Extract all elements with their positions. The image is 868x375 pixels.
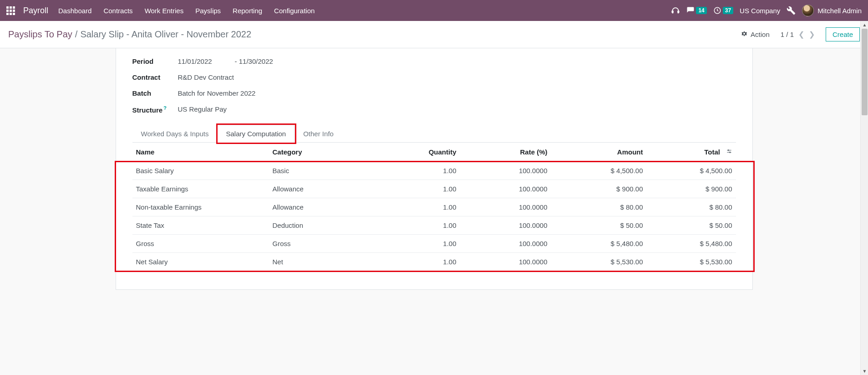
table-row[interactable]: Non-taxable EarningsAllowance1.00100.000…	[132, 198, 736, 216]
pager-prev-icon[interactable]: ❮	[798, 30, 804, 39]
avatar	[802, 5, 814, 16]
pager: 1 / 1 ❮ ❯	[781, 30, 815, 39]
tab-worked-days[interactable]: Worked Days & Inputs	[132, 125, 218, 143]
tab-other-info[interactable]: Other Info	[294, 125, 342, 143]
cell-rate: 100.0000	[460, 162, 551, 180]
apps-icon[interactable]	[6, 6, 15, 15]
cell-total: $ 900.00	[647, 180, 736, 198]
top-nav: Payroll Dashboard Contracts Work Entries…	[0, 0, 868, 21]
table-row[interactable]: State TaxDeduction1.00100.0000$ 50.00$ 5…	[132, 216, 736, 235]
action-button[interactable]: Action	[741, 30, 770, 39]
contract-value[interactable]: R&D Dev Contract	[178, 73, 234, 81]
svg-point-6	[729, 152, 730, 153]
company-switcher[interactable]: US Company	[740, 7, 780, 15]
cell-category: Allowance	[269, 180, 387, 198]
table-row[interactable]: Taxable EarningsAllowance1.00100.0000$ 9…	[132, 180, 736, 198]
form-wrap: Period 11/01/2022 - 11/30/2022 Contract …	[0, 48, 868, 290]
help-icon[interactable]: ?	[163, 105, 167, 111]
cell-quantity: 1.00	[387, 180, 460, 198]
scroll-thumb[interactable]	[862, 29, 868, 115]
th-rate[interactable]: Rate (%)	[460, 143, 551, 162]
cell-quantity: 1.00	[387, 198, 460, 216]
table-row[interactable]: Net SalaryNet1.00100.0000$ 5,530.00$ 5,5…	[132, 253, 736, 271]
th-amount[interactable]: Amount	[551, 143, 647, 162]
support-icon[interactable]	[671, 6, 680, 15]
period-value: 11/01/2022 - 11/30/2022	[178, 57, 273, 65]
menu-work-entries[interactable]: Work Entries	[145, 7, 184, 15]
cell-rate: 100.0000	[460, 180, 551, 198]
svg-rect-1	[678, 11, 679, 13]
breadcrumb: Payslips To Pay / Salary Slip - Anita Ol…	[8, 29, 251, 40]
cell-category: Allowance	[269, 198, 387, 216]
pager-next-icon[interactable]: ❯	[809, 30, 815, 39]
menu-payslips[interactable]: Payslips	[195, 7, 221, 15]
tab-salary-computation[interactable]: Salary Computation	[217, 125, 294, 143]
nav-menu: Dashboard Contracts Work Entries Payslip…	[58, 7, 315, 15]
svg-rect-0	[672, 11, 674, 13]
breadcrumb-sep: /	[75, 29, 78, 40]
structure-value[interactable]: US Regular Pay	[178, 105, 227, 113]
pager-value[interactable]: 1 / 1	[781, 31, 794, 38]
th-category[interactable]: Category	[269, 143, 387, 162]
table-row[interactable]: GrossGross1.00100.0000$ 5,480.00$ 5,480.…	[132, 235, 736, 253]
period-to[interactable]: 11/30/2022	[239, 57, 273, 65]
user-menu[interactable]: Mitchell Admin	[802, 5, 862, 16]
cell-total: $ 5,480.00	[647, 235, 736, 253]
cell-category: Basic	[269, 162, 387, 180]
breadcrumb-root[interactable]: Payslips To Pay	[8, 29, 72, 40]
cell-total: $ 5,530.00	[647, 253, 736, 271]
batch-value[interactable]: Batch for November 2022	[178, 89, 256, 97]
cell-quantity: 1.00	[387, 253, 460, 271]
table-header-row: Name Category Quantity Rate (%) Amount T…	[132, 143, 736, 162]
period-sep: -	[235, 57, 237, 65]
cell-name: Non-taxable Earnings	[132, 198, 269, 216]
th-quantity[interactable]: Quantity	[387, 143, 460, 162]
cell-amount: $ 80.00	[551, 198, 647, 216]
cell-category: Net	[269, 253, 387, 271]
gear-icon	[741, 30, 748, 39]
cell-quantity: 1.00	[387, 235, 460, 253]
menu-configuration[interactable]: Configuration	[274, 7, 315, 15]
nav-right: 14 37 US Company Mitchell Admin	[671, 5, 862, 16]
optional-columns-icon[interactable]	[726, 148, 732, 156]
form-sheet: Period 11/01/2022 - 11/30/2022 Contract …	[116, 48, 753, 290]
cell-total: $ 50.00	[647, 216, 736, 235]
cell-rate: 100.0000	[460, 235, 551, 253]
cell-amount: $ 50.00	[551, 216, 647, 235]
cell-rate: 100.0000	[460, 253, 551, 271]
cell-name: State Tax	[132, 216, 269, 235]
structure-label: Structure?	[132, 105, 178, 114]
messages-badge: 14	[696, 7, 706, 14]
activities-icon[interactable]: 37	[713, 6, 733, 15]
contract-label: Contract	[132, 73, 178, 81]
nav-left: Payroll Dashboard Contracts Work Entries…	[6, 6, 315, 15]
scroll-up-icon[interactable]: ▲	[861, 21, 868, 29]
cell-name: Basic Salary	[132, 162, 269, 180]
control-panel-right: Action 1 / 1 ❮ ❯ Create	[741, 27, 860, 41]
salary-computation-table: Name Category Quantity Rate (%) Amount T…	[132, 143, 736, 271]
th-total[interactable]: Total	[647, 143, 736, 162]
table-row[interactable]: Basic SalaryBasic1.00100.0000$ 4,500.00$…	[132, 162, 736, 180]
debug-icon[interactable]	[787, 6, 796, 15]
vertical-scrollbar[interactable]: ▲ ▼	[860, 21, 868, 290]
menu-contracts[interactable]: Contracts	[103, 7, 132, 15]
menu-dashboard[interactable]: Dashboard	[58, 7, 91, 15]
menu-reporting[interactable]: Reporting	[233, 7, 262, 15]
create-button[interactable]: Create	[826, 27, 860, 41]
cell-category: Deduction	[269, 216, 387, 235]
cell-rate: 100.0000	[460, 216, 551, 235]
period-from[interactable]: 11/01/2022	[178, 57, 212, 65]
batch-label: Batch	[132, 89, 178, 97]
nav-brand[interactable]: Payroll	[23, 6, 48, 15]
cell-quantity: 1.00	[387, 162, 460, 180]
th-name[interactable]: Name	[132, 143, 269, 162]
field-period: Period 11/01/2022 - 11/30/2022	[132, 57, 736, 65]
period-label: Period	[132, 57, 178, 65]
cell-amount: $ 5,530.00	[551, 253, 647, 271]
cell-total: $ 4,500.00	[647, 162, 736, 180]
cell-amount: $ 5,480.00	[551, 235, 647, 253]
messages-icon[interactable]: 14	[686, 6, 706, 15]
cell-amount: $ 900.00	[551, 180, 647, 198]
cell-category: Gross	[269, 235, 387, 253]
cell-name: Taxable Earnings	[132, 180, 269, 198]
